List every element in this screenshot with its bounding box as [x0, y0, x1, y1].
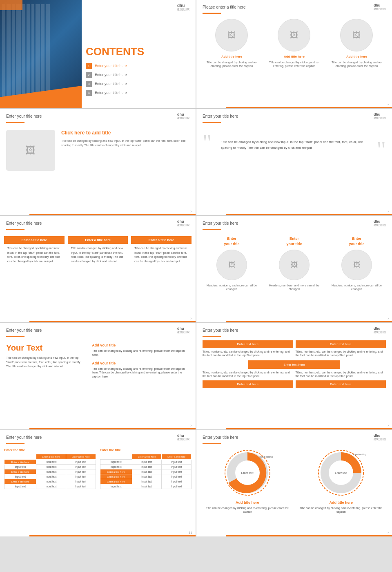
box-card-2: Enter a title here Title can be changed …: [68, 236, 128, 266]
click-title[interactable]: Click here to add title: [61, 130, 189, 136]
box-card-3: Enter a title here Title can be changed …: [131, 236, 192, 266]
col-header-1[interactable]: Enter a title here: [36, 454, 66, 460]
col-header-4[interactable]: Enter a title here: [162, 454, 192, 460]
cell[interactable]: Input text: [162, 474, 192, 479]
table-row: Input text Input text Input text: [100, 460, 192, 465]
btn-enter-2[interactable]: Enter text here: [296, 340, 386, 348]
table-row: Enter a title here Input text Input text: [100, 469, 192, 474]
box-title-2[interactable]: Enter a title here: [68, 236, 128, 244]
cell[interactable]: Input text: [162, 469, 192, 474]
cards-container: Enter a title here Title can be changed …: [0, 234, 196, 268]
section-title-2[interactable]: Add your title: [92, 361, 189, 365]
orange-bar: [203, 336, 221, 337]
row-header-3[interactable]: Enter a title here: [4, 479, 36, 484]
pie-center-text-2[interactable]: Enter text: [331, 471, 351, 474]
row-header-t2-2[interactable]: Enter a title here: [100, 474, 132, 479]
card-text-1: Title can be changed by clicking and re-…: [205, 60, 258, 68]
bottom-bar: [226, 214, 392, 215]
cell[interactable]: Input text: [66, 460, 96, 465]
circle-title-3[interactable]: Enter your title: [329, 236, 385, 246]
bottom-buttons-row: Enter text here Enter text here: [203, 380, 386, 388]
btn-enter-1[interactable]: Enter text here: [203, 340, 293, 348]
cell[interactable]: Input text: [66, 479, 96, 484]
cell[interactable]: Input text: [4, 474, 36, 479]
circle-card-3: Enter your title 🖼 Headers, numbers, and…: [329, 236, 385, 291]
cell[interactable]: Input text: [36, 460, 66, 465]
slide-three-boxes: Enter your title here dhu 建筑設計院 Enter a …: [0, 216, 196, 322]
cell[interactable]: Input text: [4, 484, 36, 489]
cell[interactable]: Input text: [162, 484, 192, 489]
row-header-t2-1[interactable]: Enter a title here: [100, 469, 132, 474]
cell[interactable]: Input text: [66, 465, 96, 469]
card-title-1[interactable]: Add title here: [205, 55, 258, 58]
card-3: 🖼 Add title here Title can be changed by…: [330, 19, 383, 68]
toc-num-2: 2: [86, 72, 92, 78]
chart-title-2[interactable]: Add title here: [296, 500, 386, 505]
circle-title-2[interactable]: Enter your title: [266, 236, 323, 246]
toc-item-1[interactable]: 1 Enter your title here: [86, 63, 176, 69]
cell[interactable]: Input text: [132, 479, 162, 484]
btn-enter-3[interactable]: Enter text here: [248, 360, 340, 369]
cell[interactable]: Input text: [66, 474, 96, 479]
circle-title-1[interactable]: Enter your title: [204, 236, 260, 246]
slide-image-text: Enter your title here dhu 建筑設計院 🖼 Click …: [0, 109, 196, 215]
box-title-1[interactable]: Enter a title here: [4, 236, 65, 244]
text-content: Click here to add title Title can be cha…: [61, 130, 189, 147]
toc-num-1: 1: [86, 63, 92, 69]
cell[interactable]: Input text: [162, 479, 192, 484]
chart-text-2: Title can be changed by clicking and re-…: [296, 506, 386, 514]
cell[interactable]: Input text: [100, 465, 132, 469]
cell[interactable]: Input text: [132, 484, 162, 489]
circle-caption-1: Headers, numbers, and more can all be ch…: [204, 284, 260, 291]
cell[interactable]: Input text: [100, 460, 132, 465]
toc-item-4[interactable]: 4 Enter your title here: [86, 90, 176, 96]
cell[interactable]: Input text: [132, 465, 162, 469]
chart-section-1: Enter text input editing Add title here …: [203, 448, 292, 514]
slide-header: Enter your title here dhu 建筑設計院: [196, 430, 392, 443]
card-title-3[interactable]: Add title here: [330, 55, 383, 58]
cell[interactable]: Input text: [4, 465, 36, 469]
cell[interactable]: Input text: [36, 474, 66, 479]
tables-container: Enter the title Enter a title here Enter…: [0, 447, 196, 490]
orange-bar: [6, 443, 24, 444]
cell[interactable]: Input text: [162, 460, 192, 465]
card-title-2[interactable]: Add title here: [268, 55, 321, 58]
btn-enter-4[interactable]: Enter text here: [203, 380, 293, 388]
big-title[interactable]: Your Text: [6, 343, 86, 353]
slide-header: Enter your title here dhu 建筑設計院: [0, 323, 196, 336]
box-title-3[interactable]: Enter a title here: [131, 236, 192, 244]
cell[interactable]: Input text: [132, 474, 162, 479]
cell[interactable]: Input text: [36, 469, 66, 474]
chart-text-1: Title can be changed by clicking and re-…: [203, 506, 292, 514]
toc-item-3[interactable]: 3 Enter your title here: [86, 81, 176, 87]
toc-list: 1 Enter your title here 2 Enter your tit…: [86, 63, 176, 96]
cell[interactable]: Input text: [36, 484, 66, 489]
cell[interactable]: Input text: [66, 484, 96, 489]
row-header-2[interactable]: Enter a title here: [4, 469, 36, 474]
row-header-1[interactable]: Enter a title here: [4, 460, 36, 465]
image-placeholder-icon: 🖼: [227, 31, 236, 40]
cell[interactable]: Input text: [132, 460, 162, 465]
chart-section-2: Enter text input writing Add title here …: [296, 448, 386, 514]
btn-enter-5[interactable]: Enter text here: [296, 380, 386, 388]
cell[interactable]: Input text: [162, 465, 192, 469]
row-header-t2-3[interactable]: Enter a title here: [100, 479, 132, 484]
pie-center-text-1[interactable]: Enter text: [237, 471, 258, 474]
pie-chart-1: Enter text input editing: [223, 448, 272, 497]
cell[interactable]: Input text: [100, 484, 132, 489]
col-header-2[interactable]: Enter a title here: [66, 454, 96, 460]
table-empty-cell-2: [100, 454, 132, 460]
quote-text[interactable]: Title can be changed by clicking and new…: [217, 133, 376, 156]
cell[interactable]: Input text: [36, 465, 66, 469]
logo-text-8: dhu: [374, 326, 386, 331]
col-header-3[interactable]: Enter a title here: [132, 454, 162, 460]
section-title-1[interactable]: Add your title: [92, 343, 189, 347]
cell-text-4: Titles, numbers, etc. can be changed by …: [296, 371, 386, 378]
cell[interactable]: Input text: [66, 469, 96, 474]
circle-image-1: 🖼: [216, 250, 247, 280]
chart-title-1[interactable]: Add title here: [203, 500, 292, 505]
toc-item-2[interactable]: 2 Enter your title here: [86, 72, 176, 78]
cell[interactable]: Input text: [36, 479, 66, 484]
section-text-2: Title can be changed by clicking and re-…: [92, 367, 189, 379]
cell[interactable]: Input text: [132, 469, 162, 474]
